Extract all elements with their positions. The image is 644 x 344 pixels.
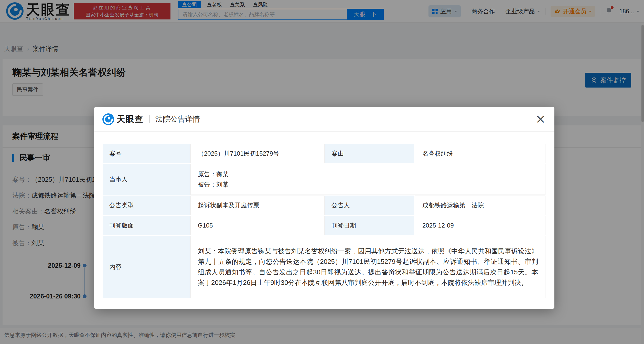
party-defendant: 被告：刘某 xyxy=(198,179,540,190)
page-value: G105 xyxy=(190,216,325,235)
tianyancha-eye-icon xyxy=(102,113,114,125)
content-label: 内容 xyxy=(103,236,190,298)
party-plaintiff: 原告：鞠某 xyxy=(198,169,540,179)
table-row: 当事人 原告：鞠某 被告：刘某 xyxy=(103,164,545,195)
type-label: 公告类型 xyxy=(103,196,190,215)
modal-title-divider xyxy=(149,115,150,123)
cause-value: 名誉权纠纷 xyxy=(415,144,545,163)
page-label: 刊登版面 xyxy=(103,216,190,235)
party-value: 原告：鞠某 被告：刘某 xyxy=(190,164,545,195)
type-value: 起诉状副本及开庭传票 xyxy=(190,196,325,215)
pub-date-value: 2025-12-09 xyxy=(415,216,545,235)
court-announcement-modal: 天眼查 法院公告详情 × 案号 （2025）川7101民初15279号 案由 名… xyxy=(94,107,554,309)
party-label: 当事人 xyxy=(103,164,190,195)
case-no-label: 案号 xyxy=(103,144,190,163)
announcement-table: 案号 （2025）川7101民初15279号 案由 名誉权纠纷 当事人 原告：鞠… xyxy=(102,143,546,299)
cause-label: 案由 xyxy=(325,144,414,163)
table-row: 刊登版面 G105 刊登日期 2025-12-09 xyxy=(103,216,545,235)
close-icon[interactable]: × xyxy=(535,111,546,127)
pub-date-label: 刊登日期 xyxy=(325,216,414,235)
modal-title: 法院公告详情 xyxy=(155,114,200,124)
modal-body: 案号 （2025）川7101民初15279号 案由 名誉权纠纷 当事人 原告：鞠… xyxy=(94,132,554,299)
table-row: 公告类型 起诉状副本及开庭传票 公告人 成都铁路运输第一法院 xyxy=(103,196,545,215)
announcer-label: 公告人 xyxy=(325,196,414,215)
modal-header: 天眼查 法院公告详情 × xyxy=(94,107,554,132)
table-row: 内容 刘某：本院受理原告鞠某与被告刘某名誉权纠纷一案，因用其他方式无法送达，依照… xyxy=(103,236,545,298)
announcer-value: 成都铁路运输第一法院 xyxy=(415,196,545,215)
case-no-value: （2025）川7101民初15279号 xyxy=(190,144,325,163)
content-value: 刘某：本院受理原告鞠某与被告刘某名誉权纠纷一案，因用其他方式无法送达，依照《中华… xyxy=(190,236,545,298)
table-row: 案号 （2025）川7101民初15279号 案由 名誉权纠纷 xyxy=(103,144,545,163)
modal-brand: 天眼查 xyxy=(117,113,144,125)
